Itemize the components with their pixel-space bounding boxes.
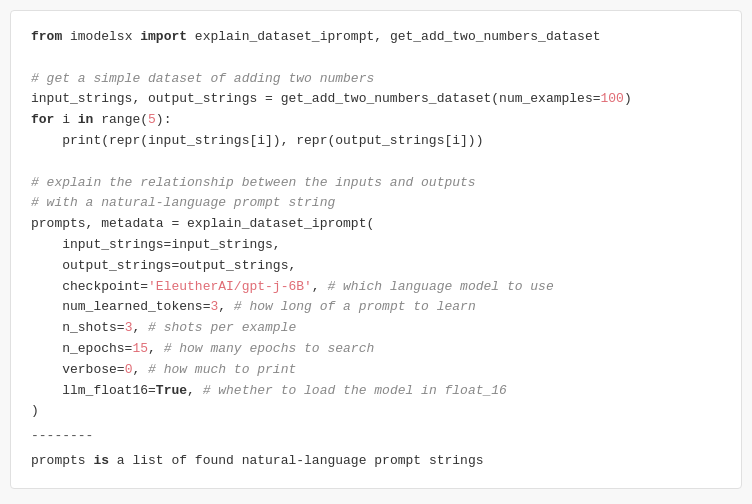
- keyword-from: from: [31, 29, 62, 44]
- code-line-divider: --------: [31, 426, 721, 447]
- text-12: output_strings=output_strings,: [31, 258, 296, 273]
- number-5: 5: [148, 112, 156, 127]
- code-line-16: n_epochs=15, # how many epochs to search: [31, 339, 721, 360]
- comment-4: # which language model to use: [327, 279, 553, 294]
- comment-1: # get a simple dataset of adding two num…: [31, 71, 374, 86]
- text-1: imodelsx: [62, 29, 140, 44]
- number-15: 15: [132, 341, 148, 356]
- code-line-9: # with a natural-language prompt string: [31, 193, 721, 214]
- code-line-5: for i in range(5):: [31, 110, 721, 131]
- text-18b: ,: [187, 383, 203, 398]
- code-line-3: # get a simple dataset of adding two num…: [31, 69, 721, 90]
- code-line-7: [31, 152, 721, 173]
- code-line-12: output_strings=output_strings,: [31, 256, 721, 277]
- comment-8: # how much to print: [148, 362, 296, 377]
- string-checkpoint: 'EleutherAI/gpt-j-6B': [148, 279, 312, 294]
- text-15b: ,: [132, 320, 148, 335]
- code-line-15: n_shots=3, # shots per example: [31, 318, 721, 339]
- text-15a: n_shots=: [31, 320, 125, 335]
- code-line-10: prompts, metadata = explain_dataset_ipro…: [31, 214, 721, 235]
- text-14a: num_learned_tokens=: [31, 299, 210, 314]
- code-line-2: [31, 48, 721, 69]
- text-11: input_strings=input_strings,: [31, 237, 281, 252]
- comment-3: # with a natural-language prompt string: [31, 195, 335, 210]
- code-line-17: verbose=0, # how much to print: [31, 360, 721, 381]
- text-16b: ,: [148, 341, 164, 356]
- code-line-13: checkpoint='EleutherAI/gpt-j-6B', # whic…: [31, 277, 721, 298]
- code-line-4: input_strings, output_strings = get_add_…: [31, 89, 721, 110]
- text-13b: ,: [312, 279, 328, 294]
- text-16a: n_epochs=: [31, 341, 132, 356]
- text-14b: ,: [218, 299, 234, 314]
- text-4: input_strings, output_strings = get_add_…: [31, 91, 601, 106]
- number-100: 100: [601, 91, 624, 106]
- comment-5: # how long of a prompt to learn: [234, 299, 476, 314]
- code-line-21: prompts is a list of found natural-langu…: [31, 451, 721, 472]
- keyword-in: in: [78, 112, 94, 127]
- code-line-6: print(repr(input_strings[i]), repr(outpu…: [31, 131, 721, 152]
- keyword-import: import: [140, 29, 187, 44]
- code-line-11: input_strings=input_strings,: [31, 235, 721, 256]
- text-5a: i: [54, 112, 77, 127]
- comment-2: # explain the relationship between the i…: [31, 175, 476, 190]
- divider-text: --------: [31, 428, 93, 443]
- text-21a: prompts: [31, 453, 93, 468]
- code-block: from imodelsx import explain_dataset_ipr…: [10, 10, 742, 489]
- code-line-1: from imodelsx import explain_dataset_ipr…: [31, 27, 721, 48]
- comment-7: # how many epochs to search: [164, 341, 375, 356]
- text-21b: a list of found natural-language prompt …: [109, 453, 483, 468]
- text-19: ): [31, 403, 39, 418]
- text-5b: range(: [93, 112, 148, 127]
- text-5c: ):: [156, 112, 172, 127]
- code-line-19: ): [31, 401, 721, 422]
- code-line-14: num_learned_tokens=3, # how long of a pr…: [31, 297, 721, 318]
- text-6: print(repr(input_strings[i]), repr(outpu…: [31, 133, 483, 148]
- bool-true: True: [156, 383, 187, 398]
- keyword-for: for: [31, 112, 54, 127]
- text-4b: ): [624, 91, 632, 106]
- text-17a: verbose=: [31, 362, 125, 377]
- code-line-18: llm_float16=True, # whether to load the …: [31, 381, 721, 402]
- keyword-is: is: [93, 453, 109, 468]
- text-2: explain_dataset_iprompt, get_add_two_num…: [187, 29, 600, 44]
- text-10: prompts, metadata = explain_dataset_ipro…: [31, 216, 374, 231]
- text-18a: llm_float16=: [31, 383, 156, 398]
- text-17b: ,: [132, 362, 148, 377]
- text-13a: checkpoint=: [31, 279, 148, 294]
- code-line-8: # explain the relationship between the i…: [31, 173, 721, 194]
- comment-6: # shots per example: [148, 320, 296, 335]
- comment-9: # whether to load the model in float_16: [203, 383, 507, 398]
